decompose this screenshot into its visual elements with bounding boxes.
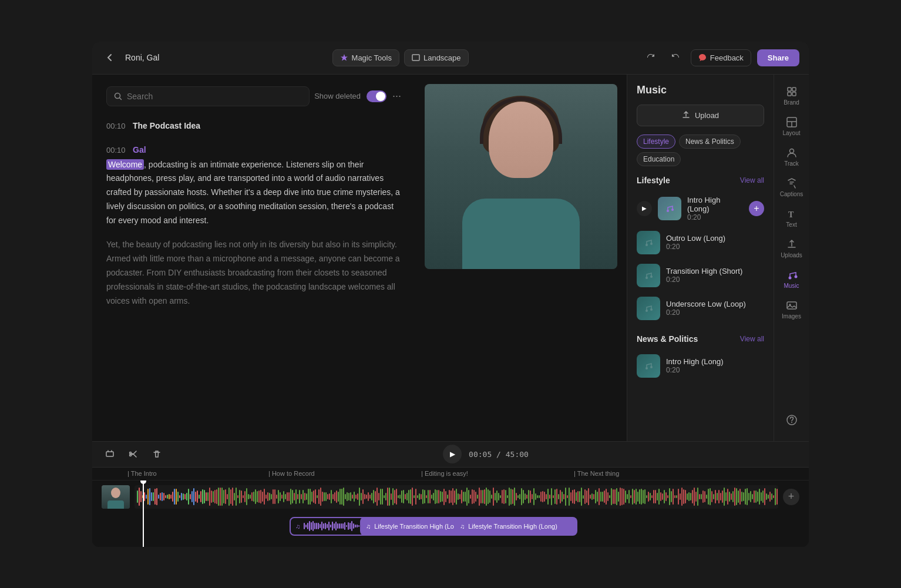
captions-icon bbox=[786, 177, 798, 189]
music-item-transition-high[interactable]: Transition High (Short) 0:20 bbox=[637, 259, 764, 292]
music-item-outro-low[interactable]: Outro Low (Long) 0:20 bbox=[637, 226, 764, 259]
scissors-icon-button[interactable] bbox=[125, 446, 142, 462]
text-label: Text bbox=[786, 221, 796, 228]
music-duration-1: 0:20 bbox=[687, 213, 743, 221]
feedback-label: Feedback bbox=[710, 53, 744, 62]
music-note-icon-3 bbox=[643, 270, 654, 281]
svg-rect-15 bbox=[792, 92, 796, 96]
transcript-area: Show deleted ··· 00:10 The Podcast Idea … bbox=[92, 75, 627, 441]
lifestyle-view-all[interactable]: View all bbox=[740, 176, 764, 184]
track-label: Track bbox=[784, 160, 799, 167]
magic-tools-label: Magic Tools bbox=[352, 53, 392, 62]
sidebar-item-images[interactable]: Images bbox=[778, 295, 806, 324]
uploads-icon bbox=[786, 238, 798, 250]
music-thumb-underscore bbox=[637, 297, 660, 320]
highlighted-word: Welcome bbox=[106, 159, 144, 170]
play-button-intro[interactable]: ▶ bbox=[637, 201, 652, 216]
add-music-button-1[interactable]: + bbox=[749, 201, 764, 216]
music-note-icon-2 bbox=[643, 237, 654, 248]
share-button[interactable]: Share bbox=[757, 49, 799, 66]
svg-point-9 bbox=[650, 308, 653, 311]
music-item-intro-high[interactable]: ▶ Intro High (Long) 0:20 + bbox=[637, 191, 764, 226]
tag-education[interactable]: Education bbox=[637, 152, 681, 166]
sidebar-item-track[interactable]: Track bbox=[778, 143, 806, 171]
redo-button[interactable] bbox=[666, 48, 685, 67]
images-icon bbox=[786, 300, 798, 311]
sidebar-item-help[interactable] bbox=[778, 406, 806, 434]
svg-rect-23 bbox=[787, 302, 796, 309]
timeline-controls: ▶ 00:05 / 45:00 bbox=[92, 442, 809, 468]
header-right: Feedback Share bbox=[641, 48, 799, 67]
main-content: Show deleted ··· 00:10 The Podcast Idea … bbox=[92, 75, 809, 441]
search-input[interactable] bbox=[127, 92, 230, 101]
svg-point-7 bbox=[650, 275, 653, 278]
timeline-add-button[interactable]: + bbox=[783, 489, 799, 505]
header: Roni, Gal Magic Tools Landscape bbox=[92, 42, 809, 75]
sidebar-item-captions[interactable]: Captions bbox=[778, 173, 806, 201]
music-name-5: Intro High (Long) bbox=[666, 357, 764, 366]
svg-rect-27 bbox=[106, 452, 113, 456]
music-thumb-transition bbox=[637, 264, 660, 287]
upload-button[interactable]: Upload bbox=[637, 105, 764, 126]
music-item-news-intro[interactable]: Intro High (Long) 0:20 bbox=[637, 350, 764, 382]
news-section-title: News & Politics bbox=[637, 334, 698, 344]
svg-point-19 bbox=[789, 149, 794, 153]
chapter-markers: | The Intro | How to Record | Editing is… bbox=[92, 468, 809, 481]
search-input-wrapper[interactable] bbox=[106, 86, 310, 106]
svg-point-11 bbox=[650, 366, 653, 368]
timeline-track-area[interactable]: + ♫ ··· ♫ Lifestyle Transition High (Lon… bbox=[92, 481, 809, 547]
svg-point-4 bbox=[646, 244, 648, 246]
search-icon bbox=[114, 92, 122, 100]
transcript-left: Show deleted ··· 00:10 The Podcast Idea … bbox=[92, 75, 415, 441]
person-video bbox=[425, 84, 617, 269]
sidebar-item-music[interactable]: Music bbox=[778, 265, 806, 293]
landscape-label: Landscape bbox=[423, 53, 461, 62]
editor-panel: Show deleted ··· 00:10 The Podcast Idea … bbox=[92, 75, 627, 441]
tag-lifestyle[interactable]: Lifestyle bbox=[637, 135, 675, 149]
music-duration-3: 0:20 bbox=[666, 275, 764, 284]
svg-point-22 bbox=[794, 275, 797, 278]
news-view-all[interactable]: View all bbox=[740, 335, 764, 343]
waveform-container[interactable] bbox=[135, 485, 778, 509]
music-item-underscore[interactable]: Underscore Low (Loop) 0:20 bbox=[637, 292, 764, 325]
sidebar-item-brand[interactable]: Brand bbox=[778, 82, 806, 110]
magic-tools-button[interactable]: Magic Tools bbox=[332, 49, 399, 66]
video-frame bbox=[425, 84, 617, 269]
music-thumb-intro bbox=[658, 197, 681, 220]
show-deleted-toggle[interactable] bbox=[367, 90, 386, 102]
delete-icon-button[interactable] bbox=[149, 446, 165, 462]
music-duration-5: 0:20 bbox=[666, 366, 764, 374]
music-clip-icon-1: ♫ bbox=[366, 523, 371, 530]
sidebar-item-uploads[interactable]: Uploads bbox=[778, 234, 806, 263]
music-clip-outline-icon: ♫ bbox=[295, 523, 300, 530]
podcast-title: The Podcast Idea bbox=[133, 121, 200, 130]
back-button[interactable] bbox=[102, 49, 118, 66]
svg-point-6 bbox=[646, 277, 648, 279]
music-clip-lifestyle-2[interactable]: ♫ Lifestyle Transition High (Long) bbox=[454, 517, 577, 536]
more-menu-button[interactable]: ··· bbox=[392, 90, 401, 102]
tag-news-politics[interactable]: News & Politics bbox=[679, 135, 741, 149]
music-tags: Lifestyle News & Politics Education bbox=[637, 135, 764, 166]
music-label: Music bbox=[784, 283, 799, 289]
video-preview bbox=[415, 75, 627, 441]
svg-rect-14 bbox=[788, 92, 791, 96]
svg-point-3 bbox=[671, 209, 674, 211]
svg-point-5 bbox=[650, 243, 653, 245]
undo-button[interactable] bbox=[641, 48, 660, 67]
music-name-1: Intro High (Long) bbox=[687, 196, 743, 213]
music-thumb-outro bbox=[637, 231, 660, 254]
landscape-button[interactable]: Landscape bbox=[404, 49, 469, 66]
music-clip-label-1: Lifestyle Transition High (Long) bbox=[374, 523, 463, 530]
sidebar-item-layout[interactable]: Layout bbox=[778, 112, 806, 140]
sidebar-item-text[interactable]: T Text bbox=[778, 204, 806, 232]
transcript-paragraph-2: Yet, the beauty of podcasting lies not o… bbox=[106, 238, 401, 308]
play-pause-button[interactable]: ▶ bbox=[443, 445, 462, 463]
timestamp-1: 00:10 bbox=[106, 122, 126, 130]
clip-icon-button[interactable] bbox=[102, 446, 118, 462]
speaker-name: Gal bbox=[133, 145, 146, 154]
search-bar: Show deleted ··· bbox=[106, 86, 401, 106]
playhead[interactable] bbox=[143, 481, 144, 547]
music-duration-4: 0:20 bbox=[666, 308, 764, 317]
brand-label: Brand bbox=[784, 99, 799, 106]
feedback-button[interactable]: Feedback bbox=[691, 49, 751, 66]
